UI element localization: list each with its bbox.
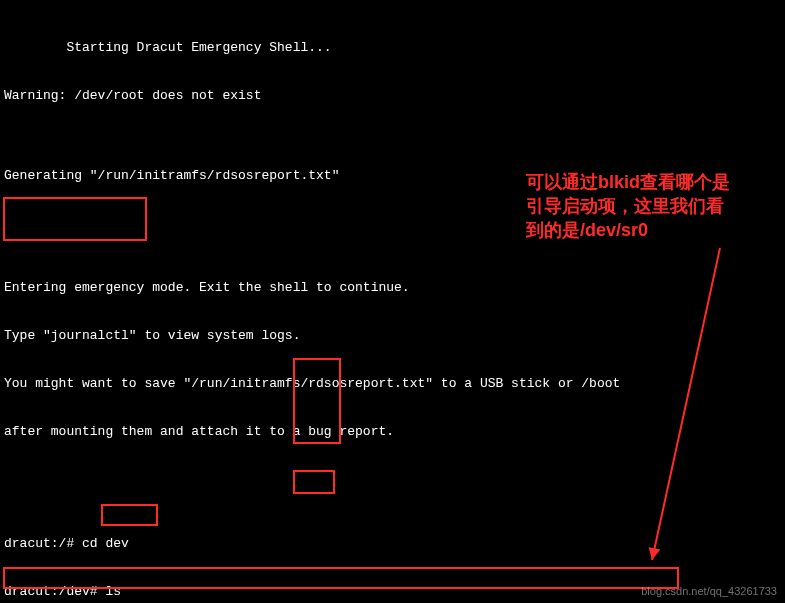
annotation-line: 引导启动项，这里我们看 — [526, 194, 781, 218]
boot-line: Entering emergency mode. Exit the shell … — [4, 280, 781, 296]
annotation-text: 可以通过blkid查看哪个是 引导启动项，这里我们看 到的是/dev/sr0 — [526, 170, 781, 242]
boot-line: Starting Dracut Emergency Shell... — [4, 40, 781, 56]
annotation-line: 到的是/dev/sr0 — [526, 218, 781, 242]
terminal-window[interactable]: Starting Dracut Emergency Shell... Warni… — [0, 0, 785, 603]
boot-line: You might want to save "/run/initramfs/r… — [4, 376, 781, 392]
boot-line: Type "journalctl" to view system logs. — [4, 328, 781, 344]
watermark: blog.csdn.net/qq_43261733 — [641, 583, 777, 599]
annotation-line: 可以通过blkid查看哪个是 — [526, 170, 781, 194]
boot-line: after mounting them and attach it to a b… — [4, 424, 781, 440]
shell-prompt: dracut:/# cd dev — [4, 536, 781, 552]
boot-line: Warning: /dev/root does not exist — [4, 88, 781, 104]
